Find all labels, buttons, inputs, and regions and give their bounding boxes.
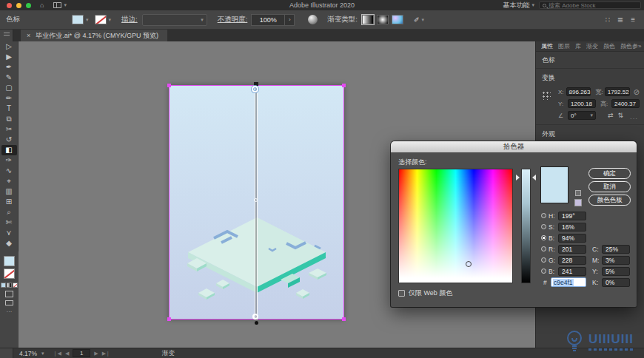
reference-point-grid[interactable] xyxy=(541,90,551,100)
none-mode-button[interactable] xyxy=(13,283,18,288)
g-field[interactable]: 228 xyxy=(558,256,586,265)
eyedropper-tool[interactable]: ✑ xyxy=(1,155,17,166)
minimize-window-button[interactable] xyxy=(16,3,21,8)
gradient-midpoint-handle[interactable] xyxy=(254,198,258,202)
s-field[interactable]: 16% xyxy=(558,223,586,232)
stroke-proxy-swatch[interactable] xyxy=(4,268,15,279)
zoom-window-button[interactable] xyxy=(26,3,31,8)
chevron-down-icon[interactable]: ▾ xyxy=(109,17,112,23)
rotation-select[interactable]: 0° ▾ xyxy=(568,111,596,120)
graph-tool[interactable]: ▥ xyxy=(1,186,17,197)
screen-mode-icon[interactable] xyxy=(5,300,13,305)
blend-tool[interactable]: ∿ xyxy=(1,166,17,176)
first-artboard-icon[interactable]: ❘◀ xyxy=(53,351,61,357)
brightness-slider[interactable] xyxy=(521,169,531,283)
collapse-panel-icon[interactable]: » xyxy=(638,43,641,50)
selection-handle[interactable] xyxy=(342,317,346,321)
tab-layers[interactable]: 图层 xyxy=(558,42,570,50)
m-field[interactable]: 3% xyxy=(602,256,630,265)
close-window-button[interactable] xyxy=(7,3,12,8)
gradient-tool[interactable]: ◧ xyxy=(1,145,17,155)
more-tools-icon[interactable]: ··· xyxy=(7,308,13,315)
color-field[interactable] xyxy=(398,169,513,283)
chevron-down-icon[interactable]: ▾ xyxy=(86,17,89,23)
fill-proxy-swatch[interactable] xyxy=(4,256,15,266)
color-field-marker[interactable] xyxy=(466,261,472,267)
close-icon[interactable]: × xyxy=(27,32,30,39)
gradient-stop-handle[interactable] xyxy=(252,314,258,320)
ok-button[interactable]: 确定 xyxy=(588,168,631,179)
scissors-tool[interactable]: ✂ xyxy=(1,124,17,135)
gradient-annotator-line[interactable] xyxy=(255,87,258,320)
stroke-weight-select[interactable]: ▾ xyxy=(142,14,207,26)
opacity-value[interactable]: 100% xyxy=(251,14,285,26)
rectangle-tool[interactable]: ▢ xyxy=(1,83,17,93)
shape-builder-tool[interactable]: ◆ xyxy=(1,238,17,249)
tab-color-guide[interactable]: 颜色参 xyxy=(620,42,638,50)
y-field[interactable]: 5% xyxy=(602,267,630,276)
workspace-menu[interactable]: 基本功能 ▾ xyxy=(503,0,534,10)
link-dimensions-icon[interactable]: ⊘ xyxy=(634,88,640,96)
pen-tool[interactable]: ✒ xyxy=(1,62,17,72)
h-field[interactable]: 199° xyxy=(558,212,586,220)
b2-radio[interactable] xyxy=(541,268,546,274)
last-artboard-icon[interactable]: ▶❘ xyxy=(102,351,110,357)
fill-color-swatch[interactable] xyxy=(72,15,84,24)
x-field[interactable]: 896.263 xyxy=(566,87,591,96)
submenu-arrow-icon[interactable]: › xyxy=(285,14,295,26)
width-tool[interactable]: ⋎ xyxy=(1,228,17,238)
width-field[interactable]: 1792.52 xyxy=(605,87,630,96)
list-view-icon[interactable]: ≡ xyxy=(631,16,635,24)
web-only-checkbox[interactable] xyxy=(398,290,405,297)
zoom-level-select[interactable]: 4.17% ▾ xyxy=(19,350,44,357)
slider-handle-left[interactable] xyxy=(516,175,520,180)
draw-mode-icon[interactable] xyxy=(5,291,13,297)
cancel-button[interactable]: 取消 xyxy=(588,181,631,192)
artboard-tool[interactable]: ⊞ xyxy=(1,197,17,207)
curvature-tool[interactable]: ✎ xyxy=(1,72,17,83)
paintbrush-tool[interactable]: ✏ xyxy=(1,93,17,104)
r-radio[interactable] xyxy=(541,246,546,251)
tab-gradient[interactable]: 渐变 xyxy=(586,42,598,50)
next-artboard-icon[interactable]: ▶ xyxy=(94,351,98,357)
prev-artboard-icon[interactable]: ◀ xyxy=(65,351,69,357)
layout-switcher-icon[interactable] xyxy=(53,2,61,8)
selection-handle[interactable] xyxy=(167,84,171,87)
gradient-origin-handle[interactable] xyxy=(252,86,258,92)
g-radio[interactable] xyxy=(541,257,546,263)
toolbar-stub[interactable] xyxy=(0,30,13,41)
stock-search-input[interactable]: 搜索 Adobe Stock xyxy=(539,1,641,9)
gradient-sphere-icon[interactable] xyxy=(308,15,318,24)
r-field[interactable]: 201 xyxy=(558,245,586,254)
arrange-documents-icon[interactable]: ∷ xyxy=(605,16,609,24)
artboard-number-field[interactable]: 1 xyxy=(73,349,90,357)
slice-tool[interactable]: ✄ xyxy=(1,217,17,228)
s-radio[interactable] xyxy=(541,224,546,229)
h-radio[interactable] xyxy=(541,213,546,218)
tab-color[interactable]: 颜色 xyxy=(603,42,615,50)
symbol-sprayer-tool[interactable]: ⌖ xyxy=(1,176,17,186)
more-options-icon[interactable]: ··· xyxy=(630,115,638,122)
b2-field[interactable]: 241 xyxy=(558,267,586,276)
gradient-freeform-button[interactable] xyxy=(392,15,403,24)
stroke-color-swatch[interactable] xyxy=(95,15,107,24)
color-mode-button[interactable] xyxy=(1,283,6,288)
height-field[interactable]: 2400.37 xyxy=(611,99,640,108)
selection-handle[interactable] xyxy=(167,317,171,321)
selection-handle[interactable] xyxy=(342,84,346,87)
tab-libraries[interactable]: 库 xyxy=(575,42,581,50)
c-field[interactable]: 25% xyxy=(602,245,630,254)
direct-selection-tool[interactable]: ▶ xyxy=(1,52,17,62)
gradient-radial-button[interactable] xyxy=(377,15,389,24)
brush-options-icon[interactable]: ✐ xyxy=(414,15,420,25)
color-swatches-button[interactable]: 颜色色板 xyxy=(588,195,631,206)
y-field[interactable]: 1200.18 xyxy=(568,99,596,108)
free-transform-tool[interactable]: ⧉ xyxy=(1,114,17,124)
gradient-mode-button[interactable] xyxy=(7,283,12,288)
k-field[interactable]: 0% xyxy=(602,278,630,287)
tab-properties[interactable]: 属性 xyxy=(541,42,553,50)
selection-tool[interactable]: ▷ xyxy=(1,41,17,52)
b-field[interactable]: 94% xyxy=(558,234,586,243)
home-icon[interactable]: ⌂ xyxy=(40,0,44,10)
gradient-endpoint-dot[interactable] xyxy=(255,321,258,325)
